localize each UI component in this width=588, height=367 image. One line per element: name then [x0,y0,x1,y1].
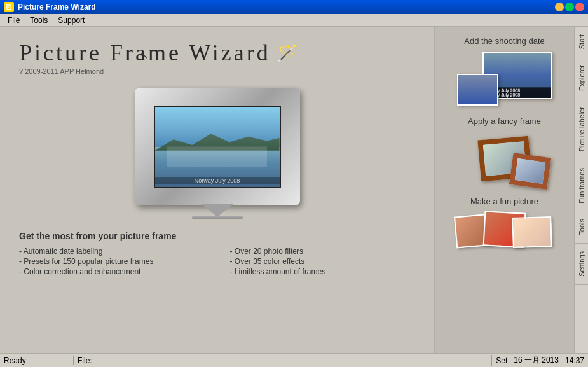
sidebar-preview-frame[interactable] [454,130,556,187]
sidebar-section-title-date: Add the shooting date [464,36,545,46]
tab-tools[interactable]: Tools [575,211,589,244]
status-file: File: [74,356,491,365]
tab-settings[interactable]: Settings [575,244,589,285]
app-title-section: Picture Frame Wizard 🪄 ? 2009-2011 APP H… [19,39,415,75]
feature-item: - Over 20 photo filters [230,246,416,256]
menu-bar: File Tools Support [0,14,588,27]
main-content: ↖ Picture Frame Wizard 🪄 ? 2009-2011 APP… [0,27,588,353]
frame-screen: Norway July 2008 [154,106,281,188]
sidebar-preview-fun[interactable] [454,210,556,267]
minimize-button[interactable] [555,3,564,11]
tab-tools-label: Tools [578,219,585,235]
status-time: 14:37 [565,356,584,365]
app-logo: Picture Frame Wizard 🪄 [19,39,415,66]
copyright-text: ? 2009-2011 APP Helmond [19,67,415,75]
app-icon: 🖼 [4,2,14,12]
mountain-silhouette [155,123,280,151]
window-controls [555,3,584,11]
frame-stand-base [192,216,243,219]
status-file-label: File: [78,356,92,365]
preview-date-photos: Norway July 2008 Norway July 2008 [457,52,552,106]
fancy-frame-card-small [509,153,550,190]
menu-file[interactable]: File [3,15,25,26]
close-button[interactable] [575,3,584,11]
logo-text: Picture Frame Wizard [19,39,271,66]
tab-picture-labeler[interactable]: Picture labeler [575,99,589,160]
status-date: 16 一月 2013 [514,355,559,366]
menu-tools[interactable]: Tools [25,15,53,26]
status-bar: Ready File: Set 16 一月 2013 14:37 [0,353,588,367]
feature-item: - Color correction and enhancement [19,267,205,277]
center-area: ↖ Picture Frame Wizard 🪄 ? 2009-2011 APP… [0,27,434,353]
feature-item: - Automatic date labeling [19,246,205,256]
tab-explorer-label: Explorer [578,65,585,91]
window-title: Picture Frame Wizard [18,3,551,11]
feature-item: - Limitless amount of frames [230,267,416,277]
sidebar-section-frame: Apply a fancy frame [444,116,564,187]
preview-photo-side [457,74,498,106]
tab-bar: Start Explorer Picture labeler Fun frame… [574,27,588,353]
tab-start[interactable]: Start [575,27,589,57]
fancy-frame-inner-2 [514,158,545,184]
sidebar-section-date: Add the shooting date Norway July 2008 N… [444,36,564,107]
preview-frame-cards [457,130,552,187]
title-bar: 🖼 Picture Frame Wizard [0,0,588,14]
sidebar-section-title-fun: Make a fun picture [470,197,538,206]
features-grid: - Automatic date labeling - Presets for … [19,246,415,277]
tab-picture-labeler-label: Picture labeler [578,107,585,151]
sidebar-preview-date[interactable]: Norway July 2008 Norway July 2008 [454,50,556,107]
maximize-button[interactable] [565,3,574,11]
features-title: Get the most from your picture frame [19,231,415,241]
tab-start-label: Start [578,34,585,49]
preview-fun-photos [455,212,554,266]
frame-outer: Norway July 2008 [135,88,300,205]
status-set-label: Set [496,356,507,365]
feature-item: - Presets for 150 popular picture frames [19,256,205,267]
menu-support[interactable]: Support [53,15,90,26]
status-right: Set 16 一月 2013 14:37 [491,355,584,366]
frame-display: Norway July 2008 [19,88,415,205]
tab-explorer[interactable]: Explorer [575,57,589,99]
fun-photo-3 [512,216,552,247]
feature-item: - Over 35 color effects [230,256,416,267]
status-ready: Ready [4,356,74,365]
features-section: Get the most from your picture frame - A… [19,231,415,277]
tab-fun-frames[interactable]: Fun frames [575,160,589,212]
sidebar-section-fun: Make a fun picture [444,197,564,267]
wand-icon: 🪄 [276,43,301,64]
tab-fun-frames-label: Fun frames [578,168,585,204]
tab-settings-label: Settings [578,251,585,277]
features-left: - Automatic date labeling - Presets for … [19,246,205,277]
frame-stand [202,204,233,217]
features-right: - Over 20 photo filters - Over 35 color … [230,246,416,277]
right-sidebar: Add the shooting date Norway July 2008 N… [434,27,574,353]
frame-caption: Norway July 2008 [155,177,280,184]
sidebar-section-title-frame: Apply a fancy frame [468,116,541,126]
digital-frame: Norway July 2008 [135,88,300,205]
